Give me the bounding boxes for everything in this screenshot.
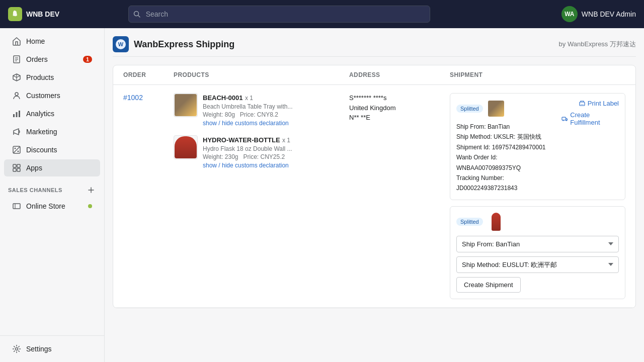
col-order: Order [123,71,174,78]
sidebar-item-home[interactable]: Home [4,33,100,50]
address-cell: S******* ****s United Kingdom N** **E [349,93,450,123]
address-line2: United Kingdom [349,103,450,113]
product-desc-1: Beach Umbrella Table Tray with... [203,103,349,110]
col-address: Address [349,71,450,78]
product-details-1: BEACH-0001 x 1 Beach Umbrella Table Tray… [203,93,349,127]
shipment-id-1: Shipment Id: 1697574289470001 [456,142,561,152]
svg-rect-16 [17,164,20,167]
customers-icon [12,91,21,100]
shipment-thumb-bottle [487,213,505,231]
ship-from-1: Ship From: BanTian [456,122,561,132]
table-header: Order Products Address Shipment [113,65,635,85]
sidebar-label-home: Home [26,37,45,45]
discounts-icon [12,145,21,154]
sidebar-item-settings[interactable]: Settings [4,340,100,357]
shipment-card-1: Splitted Ship From: BanTian Ship Method:… [450,93,625,200]
sales-channels-label: SALES CHANNELS [8,187,62,193]
search-input[interactable] [128,6,430,23]
analytics-icon [12,109,21,118]
avatar: WA [561,6,578,22]
svg-point-12 [18,151,19,152]
ship-from-select[interactable]: Ship From: BanTian [456,236,619,252]
address-line1: S******* ****s [349,93,450,103]
sidebar-label-customers: Customers [26,92,60,100]
brand[interactable]: WNB DEV [8,7,59,21]
sidebar: Home Orders 1 Products Customers A [0,28,105,362]
sidebar-item-orders[interactable]: Orders 1 [4,51,100,68]
online-store-label: Online Store [26,202,65,210]
sidebar-item-analytics[interactable]: Analytics [4,105,100,122]
sidebar-label-products: Products [26,73,54,81]
sidebar-item-apps[interactable]: Apps [4,159,100,176]
search-container [128,6,430,23]
online-store-status-dot [88,204,92,208]
product-name-1: BEACH-0001 x 1 [203,93,349,102]
sidebar-label-orders: Orders [26,55,48,63]
svg-point-23 [16,348,18,350]
sidebar-item-products[interactable]: Products [4,69,100,86]
list-item: HYDRO-WATER-BOTTLE x 1 Hydro Flask 18 oz… [174,135,349,169]
svg-rect-7 [13,114,15,117]
print-icon [579,100,586,107]
page-title: WanbExpress Shipping [134,39,234,50]
shipment-actions-1: Print Label Create Fulfillment [561,100,619,126]
sidebar-item-discounts[interactable]: Discounts [4,141,100,158]
sidebar-item-online-store[interactable]: Online Store [4,198,100,215]
product-name-2: HYDRO-WATER-BOTTLE x 1 [203,135,349,144]
settings-icon [12,344,21,353]
svg-rect-18 [17,168,20,171]
shipment-card-2: Splitted Ship From: BanTian [450,206,625,299]
table-row: #1002 BEACH-0001 x 1 [113,85,635,308]
sales-channels-header: SALES CHANNELS [0,177,104,197]
svg-point-11 [15,148,16,149]
product-list: BEACH-0001 x 1 Beach Umbrella Table Tray… [174,93,349,169]
apps-icon [12,163,21,172]
sidebar-label-apps: Apps [26,164,42,172]
svg-line-13 [14,147,20,153]
settings-label: Settings [26,345,52,353]
create-fulfillment-link[interactable]: Create Fulfillment [561,111,619,126]
main-content: W WanbExpress Shipping by WanbExpress 万邦… [105,28,644,362]
svg-rect-26 [562,117,566,120]
svg-rect-25 [581,104,584,105]
search-icon [133,11,140,18]
product-image-2 [174,135,198,159]
sidebar-label-discounts: Discounts [26,146,57,154]
shipments-table: Order Products Address Shipment #1002 [113,65,636,308]
store-name: WNB DEV [26,10,59,18]
sidebar-item-marketing[interactable]: Marketing [4,123,100,140]
svg-rect-8 [16,112,18,117]
sidebar-label-analytics: Analytics [26,110,54,118]
home-icon [12,37,21,46]
shipment-info-1: Ship From: BanTian Ship Method: UKSLR: 英… [456,122,561,194]
products-icon [12,73,21,82]
ship-from-group: Ship From: BanTian [456,236,619,252]
product-desc-2: Hydro Flask 18 oz Double Wall ... [203,145,349,152]
ship-method-select[interactable]: Ship Method: EUSLUT: 欧洲平邮 [456,256,619,273]
address-line3: N** **E [349,113,450,123]
customs-link-1[interactable]: show / hide customs declaration [203,120,289,127]
truck-icon [561,115,568,122]
sidebar-bottom: Settings [0,335,104,358]
tracking-number-1: Tracking Number: JD0002249387231843 [456,173,561,194]
sidebar-item-customers[interactable]: Customers [4,87,100,104]
customs-link-2[interactable]: show / hide customs declaration [203,162,289,169]
order-number: #1002 [123,93,174,102]
sidebar-label-marketing: Marketing [26,128,57,136]
col-products: Products [174,71,349,78]
splitted-badge-1: Splitted [456,105,483,113]
ship-method-1: Ship Method: UKSLR: 英国快线 [456,132,561,142]
page-subtitle: by WanbExpress 万邦速达 [559,40,636,49]
print-label-link[interactable]: Print Label [579,100,619,107]
svg-point-6 [15,93,18,96]
add-sales-channel-button[interactable] [86,185,96,195]
wanb-order-id-1: Wanb Order Id: WNBAA0070989375YQ [456,152,561,173]
product-weight-price-2: Weight: 230g Price: CNY25.2 [203,153,349,160]
create-shipment-button[interactable]: Create Shipment [456,277,521,293]
ship-method-group: Ship Method: EUSLUT: 欧洲平邮 [456,256,619,273]
app-logo: W [113,36,129,52]
svg-rect-9 [19,111,20,117]
shopify-icon [8,7,22,21]
svg-rect-17 [13,168,16,171]
orders-badge: 1 [83,56,92,63]
